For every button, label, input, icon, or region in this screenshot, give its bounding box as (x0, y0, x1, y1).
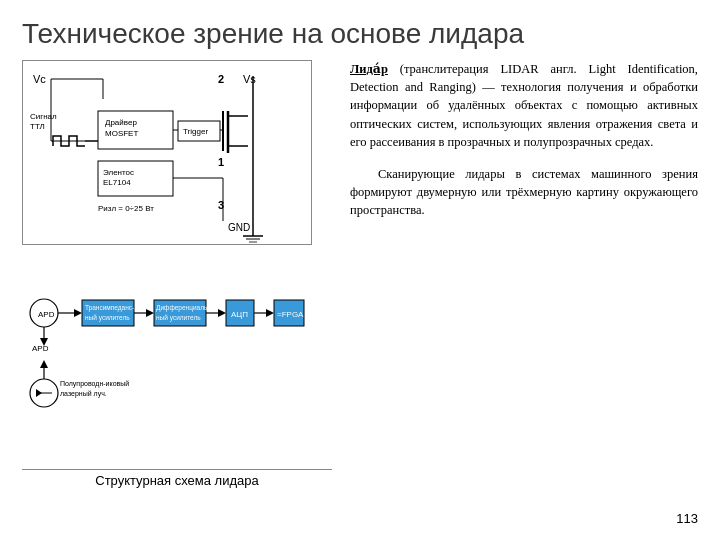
svg-text:Ризл = 0÷25 Вт: Ризл = 0÷25 Вт (98, 204, 154, 213)
caption-text: Структурная схема лидара (95, 473, 259, 488)
svg-text:MOSFET: MOSFET (105, 129, 138, 138)
svg-marker-37 (74, 309, 82, 317)
page-title: Техническое зрение на основе лидара (22, 18, 698, 50)
svg-marker-51 (266, 309, 274, 317)
svg-text:Trigger: Trigger (183, 127, 208, 136)
svg-text:АЦП: АЦП (231, 310, 248, 319)
page-number: 113 (676, 511, 698, 526)
right-panel: Лида́р (транслитерация LIDAR англ. Light… (342, 60, 698, 490)
svg-text:ТТЛ: ТТЛ (30, 122, 45, 131)
svg-text:Драйвер: Драйвер (105, 118, 137, 127)
vc-label: Vc (33, 73, 46, 85)
svg-marker-47 (218, 309, 226, 317)
svg-text:=FPGA: =FPGA (277, 310, 304, 319)
first-paragraph: Лида́р (транслитерация LIDAR англ. Light… (350, 60, 698, 151)
left-panel: Vc Сигнал ТТЛ Драйвер MOSFET (22, 60, 332, 490)
svg-text:Трансимпеданс-: Трансимпеданс- (85, 304, 134, 312)
lidar-title: Лида́р (350, 62, 388, 76)
svg-text:лазерный луч.: лазерный луч. (60, 390, 107, 398)
svg-text:1: 1 (218, 156, 224, 168)
diagram-caption: Структурная схема лидара (22, 469, 332, 488)
second-paragraph: Сканирующие лидары в системах машинного … (350, 165, 698, 219)
block-diagram: APD Трансимпеданс- ный усилитель Диффере… (22, 253, 312, 443)
second-paragraph-text: Сканирующие лидары в системах машинного … (350, 167, 698, 217)
svg-text:EL7104: EL7104 (103, 178, 131, 187)
svg-text:Дифференциаль-: Дифференциаль- (156, 304, 209, 312)
svg-text:2: 2 (218, 73, 224, 85)
lidar-description: (транслитерация LIDAR англ. Light Identi… (350, 62, 698, 149)
content-area: Vc Сигнал ТТЛ Драйвер MOSFET (22, 60, 698, 490)
svg-text:GND: GND (228, 222, 250, 233)
page: Техническое зрение на основе лидара Vc С… (0, 0, 720, 540)
svg-marker-58 (40, 360, 48, 368)
svg-text:APD: APD (32, 344, 49, 353)
svg-text:APD: APD (38, 310, 55, 319)
svg-text:Vs: Vs (243, 73, 256, 85)
svg-text:Сигнал: Сигнал (30, 112, 57, 121)
svg-text:ный усилитель: ный усилитель (85, 314, 130, 322)
svg-text:Полупроводн-иковый: Полупроводн-иковый (60, 380, 129, 388)
svg-text:ный усилитель: ный усилитель (156, 314, 201, 322)
svg-text:Элентос: Элентос (103, 168, 134, 177)
svg-marker-42 (146, 309, 154, 317)
circuit-diagram: Vc Сигнал ТТЛ Драйвер MOSFET (22, 60, 312, 245)
